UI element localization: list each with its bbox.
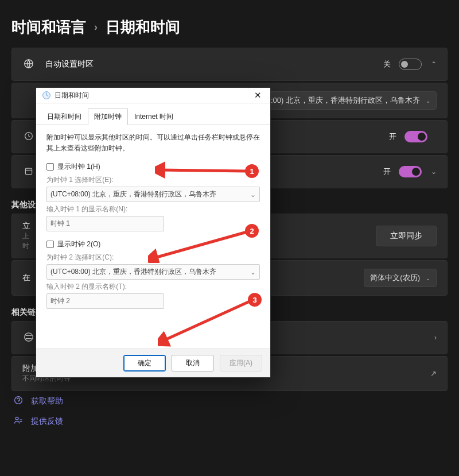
clock2-name-label: 输入时钟 2 的显示名称(T):	[46, 282, 260, 292]
clock2-tz-select[interactable]: (UTC+08:00) 北京，重庆，香港特别行政区，乌鲁木齐 ⌄	[46, 264, 260, 280]
clock1-tz-value: (UTC+08:00) 北京，重庆，香港特别行政区，乌鲁木齐	[50, 189, 216, 199]
language-icon	[22, 332, 35, 344]
toggle-auto-timezone[interactable]	[399, 59, 422, 70]
dialog-tabs: 日期和时间 附加时钟 Internet 时间	[36, 103, 270, 125]
taskbar-calendar-dropdown[interactable]: 简体中文(农历) ⌄	[364, 269, 437, 287]
checkbox-show-clock2[interactable]	[46, 241, 54, 248]
tab-additional-clocks[interactable]: 附加时钟	[88, 109, 128, 125]
row-state: 开	[383, 167, 391, 177]
chevron-down-icon: ⌄	[426, 98, 430, 104]
calendar-icon	[22, 167, 35, 177]
ok-button[interactable]: 确定	[123, 355, 166, 371]
row-state: 开	[389, 131, 396, 142]
breadcrumb-root[interactable]: 时间和语言	[11, 17, 86, 37]
row-auto-timezone[interactable]: 自动设置时区 关 ⌃	[11, 48, 448, 81]
chevron-right-icon: ›	[434, 334, 437, 342]
checkbox-label: 显示时钟 1(H)	[57, 162, 100, 172]
toggle-option-3[interactable]	[399, 166, 422, 177]
breadcrumb: 时间和语言 › 日期和时间	[0, 0, 459, 48]
chevron-down-icon: ⌄	[250, 191, 256, 199]
clock1-name-label: 输入时钟 1 的显示名称(N):	[46, 204, 260, 214]
dialog-intro: 附加时钟可以显示其他时区的时间。可以通过单击任务栏时钟或悬停在其上来查看这些附加…	[46, 132, 260, 154]
dialog-titlebar: 日期和时间 ✕	[36, 88, 270, 103]
close-button[interactable]: ✕	[250, 90, 266, 100]
help-icon	[14, 396, 23, 407]
clock2-name-input[interactable]: 时钟 2	[46, 293, 164, 309]
open-external-icon: ↗	[430, 369, 437, 378]
clock1-name-input[interactable]: 时钟 1	[46, 216, 164, 231]
svg-point-5	[15, 417, 18, 420]
breadcrumb-leaf: 日期和时间	[106, 17, 180, 37]
globe-icon	[22, 59, 35, 71]
chevron-down-icon: ⌄	[250, 268, 256, 276]
clock1-tz-select[interactable]: (UTC+08:00) 北京，重庆，香港特别行政区，乌鲁木齐 ⌄	[46, 187, 260, 202]
row-state: 关	[383, 59, 391, 69]
chevron-up-icon[interactable]: ⌃	[431, 60, 437, 68]
dialog-title: 日期和时间	[55, 91, 250, 100]
link-label: 提供反馈	[31, 416, 63, 427]
svg-point-3	[25, 332, 33, 340]
clock-globe-icon	[42, 91, 51, 100]
feedback-icon	[14, 416, 23, 427]
taskbar-calendar-value: 简体中文(农历)	[370, 273, 420, 283]
link-label: 获取帮助	[31, 396, 63, 407]
clock-icon	[22, 131, 35, 142]
sync-now-button[interactable]: 立即同步	[376, 226, 437, 246]
checkbox-label: 显示时钟 2(O)	[57, 239, 100, 249]
clock1-tz-label: 为时钟 1 选择时区(E):	[46, 175, 260, 185]
dialog-body: 附加时钟可以显示其他时区的时间。可以通过单击任务栏时钟或悬停在其上来查看这些附加…	[36, 125, 270, 322]
apply-button[interactable]: 应用(A)	[220, 355, 262, 371]
cancel-button[interactable]: 取消	[172, 355, 214, 371]
toggle-option-2[interactable]	[404, 131, 427, 142]
clock2-block: 显示时钟 2(O) 为时钟 2 选择时区(C): (UTC+08:00) 北京，…	[46, 239, 260, 309]
tab-date-time[interactable]: 日期和时间	[41, 109, 88, 125]
chevron-down-icon[interactable]: ⌄	[431, 168, 437, 176]
chevron-down-icon: ⌄	[426, 275, 430, 281]
row-label: 自动设置时区	[45, 59, 383, 69]
dialog-button-bar: 确定 取消 应用(A)	[36, 349, 270, 377]
chevron-right-icon: ›	[94, 21, 98, 33]
svg-rect-2	[25, 168, 32, 174]
link-feedback[interactable]: 提供反馈	[0, 411, 459, 431]
clock2-tz-label: 为时钟 2 选择时区(C):	[46, 253, 260, 262]
tab-internet-time[interactable]: Internet 时间	[128, 109, 180, 125]
clock1-block: 显示时钟 1(H) 为时钟 1 选择时区(E): (UTC+08:00) 北京，…	[46, 162, 260, 231]
link-get-help[interactable]: 获取帮助	[0, 391, 459, 411]
clock2-tz-value: (UTC+08:00) 北京，重庆，香港特别行政区，乌鲁木齐	[50, 267, 216, 277]
checkbox-show-clock1[interactable]	[46, 163, 54, 171]
dialog-date-time: 日期和时间 ✕ 日期和时间 附加时钟 Internet 时间 附加时钟可以显示其…	[36, 87, 271, 378]
